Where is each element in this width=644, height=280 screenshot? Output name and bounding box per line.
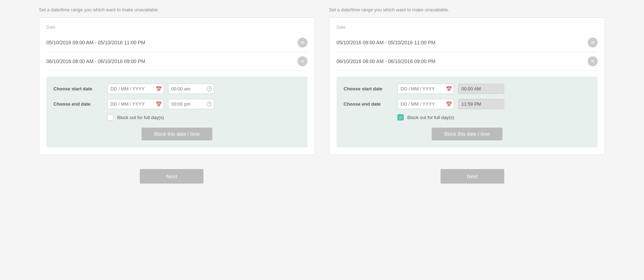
- right-entry-1-text: 05/10/2016 09:00 AM - 05/10/2016 11:00 P…: [337, 40, 435, 45]
- right-entry-2-text: 06/10/2016 08:00 AM - 06/10/2016 09:00 P…: [337, 58, 435, 64]
- left-end-time-wrap: 🕐: [168, 99, 214, 109]
- left-start-date-row: Choose start date 📅 🕐: [53, 84, 300, 94]
- right-end-label: Choose end date: [344, 101, 393, 107]
- right-remove-btn-1[interactable]: ✕: [588, 38, 598, 47]
- left-next-btn[interactable]: Next: [140, 169, 203, 184]
- right-date-label: Date: [337, 25, 598, 30]
- right-end-date-wrap: 📅: [397, 99, 454, 109]
- left-entry-2-text: 06/10/2016 08:00 AM - 06/10/2016 09:00 P…: [46, 58, 145, 64]
- right-start-label: Choose start date: [344, 86, 393, 91]
- left-form-section: Choose start date 📅 🕐 Choose end date 📅: [46, 77, 307, 147]
- left-start-label: Choose start date: [53, 86, 103, 91]
- left-checkbox-row: Block out for full day(s): [107, 114, 300, 121]
- right-panel: Date 05/10/2016 09:00 AM - 05/10/2016 11…: [329, 17, 605, 155]
- left-subtitle: Set a date/time range you which want to …: [39, 7, 315, 12]
- left-end-date-input[interactable]: [107, 99, 164, 109]
- buttons-row: Next Next: [7, 169, 637, 184]
- right-end-time-input[interactable]: [458, 99, 504, 109]
- right-form-section: Choose start date 📅 Choose end date 📅: [337, 77, 598, 147]
- left-date-label: Date: [46, 25, 307, 30]
- right-remove-btn-2[interactable]: ✕: [588, 56, 598, 66]
- right-start-date-wrap: 📅: [397, 84, 454, 94]
- right-checkbox-label: Block out for full day(s): [407, 115, 454, 120]
- right-end-date-row: Choose end date 📅: [344, 99, 591, 109]
- table-row: 05/10/2016 09:00 AM - 05/10/2016 11:00 P…: [337, 33, 598, 52]
- left-block-btn[interactable]: Block this date / time: [142, 128, 212, 140]
- right-checkbox-row: ✓ Block out for full day(s): [397, 114, 591, 121]
- left-start-date-wrap: 📅: [107, 84, 164, 94]
- table-row: 06/10/2016 08:00 AM - 06/10/2016 09:00 P…: [337, 52, 598, 71]
- left-start-time-wrap: 🕐: [168, 84, 214, 94]
- right-subtitle: Set a date/time range you which want to …: [329, 7, 605, 12]
- left-end-date-row: Choose end date 📅 🕐: [53, 99, 300, 109]
- left-fullday-checkbox[interactable]: [107, 114, 114, 121]
- left-end-date-wrap: 📅: [107, 99, 164, 109]
- right-next-btn[interactable]: Next: [441, 169, 504, 184]
- right-start-time-wrap: [458, 84, 504, 94]
- left-start-date-input[interactable]: [107, 84, 164, 94]
- right-end-date-input[interactable]: [397, 99, 454, 109]
- panels-row: Set a date/time range you which want to …: [7, 7, 637, 155]
- left-remove-btn-1[interactable]: ✕: [298, 38, 307, 47]
- right-start-date-input[interactable]: [397, 84, 454, 94]
- right-start-date-row: Choose start date 📅: [344, 84, 591, 94]
- right-start-time-input[interactable]: [458, 84, 504, 94]
- left-checkbox-label: Block out for full day(s): [117, 115, 164, 120]
- left-end-label: Choose end date: [53, 101, 103, 107]
- right-end-time-wrap: [458, 99, 504, 109]
- left-panel-wrapper: Set a date/time range you which want to …: [39, 7, 315, 155]
- left-end-time-input[interactable]: [168, 99, 214, 109]
- right-block-btn[interactable]: Block this date / time: [432, 128, 502, 140]
- right-fullday-checkbox[interactable]: ✓: [397, 114, 404, 121]
- left-panel: Date 05/10/2016 09:00 AM - 05/10/2016 11…: [39, 17, 315, 155]
- left-remove-btn-2[interactable]: ✕: [298, 56, 307, 66]
- right-panel-wrapper: Set a date/time range you which want to …: [329, 7, 605, 155]
- left-start-time-input[interactable]: [168, 84, 214, 94]
- table-row: 06/10/2016 08:00 AM - 06/10/2016 09:00 P…: [46, 52, 307, 71]
- table-row: 05/10/2016 09:00 AM - 05/10/2016 11:00 P…: [46, 33, 307, 52]
- left-entry-1-text: 05/10/2016 09:00 AM - 05/10/2016 11:00 P…: [46, 40, 145, 45]
